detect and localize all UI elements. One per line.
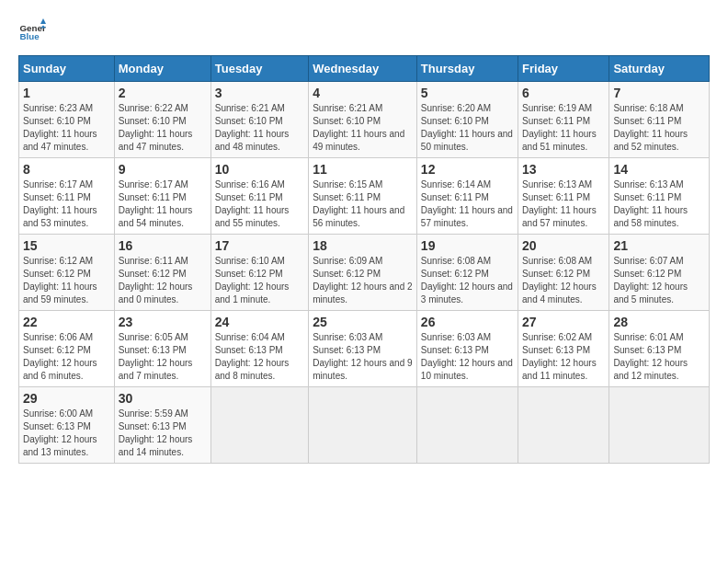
calendar-cell: 16 Sunrise: 6:11 AM Sunset: 6:12 PM Dayl…: [114, 235, 210, 311]
day-number: 24: [215, 315, 304, 329]
day-info: Sunrise: 6:05 AM Sunset: 6:13 PM Dayligh…: [119, 331, 207, 383]
day-info: Sunrise: 6:14 AM Sunset: 6:11 PM Dayligh…: [421, 178, 514, 230]
calendar-cell: [518, 387, 609, 464]
day-number: 30: [119, 391, 207, 406]
svg-text:Blue: Blue: [20, 31, 40, 41]
day-number: 6: [522, 86, 605, 100]
day-number: 29: [23, 391, 110, 406]
calendar-cell: 27 Sunrise: 6:02 AM Sunset: 6:13 PM Dayl…: [518, 311, 609, 387]
calendar-week-row: 15 Sunrise: 6:12 AM Sunset: 6:12 PM Dayl…: [19, 235, 710, 311]
svg-marker-2: [40, 18, 46, 24]
weekday-header-tuesday: Tuesday: [210, 56, 308, 82]
day-info: Sunrise: 6:10 AM Sunset: 6:12 PM Dayligh…: [215, 255, 304, 306]
calendar-cell: 2 Sunrise: 6:22 AM Sunset: 6:10 PM Dayli…: [114, 82, 210, 158]
day-number: 15: [23, 238, 110, 253]
day-number: 1: [23, 86, 110, 100]
calendar-cell: 26 Sunrise: 6:03 AM Sunset: 6:13 PM Dayl…: [416, 311, 518, 387]
day-number: 2: [119, 86, 207, 100]
calendar-cell: 23 Sunrise: 6:05 AM Sunset: 6:13 PM Dayl…: [114, 311, 210, 387]
day-number: 7: [613, 86, 705, 100]
calendar-cell: 13 Sunrise: 6:13 AM Sunset: 6:11 PM Dayl…: [518, 158, 609, 235]
weekday-header-wednesday: Wednesday: [309, 56, 417, 82]
day-info: Sunrise: 6:16 AM Sunset: 6:11 PM Dayligh…: [215, 178, 304, 230]
day-info: Sunrise: 6:08 AM Sunset: 6:12 PM Dayligh…: [522, 255, 605, 306]
calendar-cell: 19 Sunrise: 6:08 AM Sunset: 6:12 PM Dayl…: [416, 235, 518, 311]
weekday-header-sunday: Sunday: [19, 56, 115, 82]
day-number: 8: [23, 162, 110, 177]
calendar-cell: 15 Sunrise: 6:12 AM Sunset: 6:12 PM Dayl…: [19, 235, 115, 311]
day-number: 9: [119, 162, 207, 177]
day-number: 28: [613, 315, 705, 329]
day-info: Sunrise: 6:01 AM Sunset: 6:13 PM Dayligh…: [613, 331, 705, 383]
day-number: 18: [313, 238, 413, 253]
day-number: 14: [613, 162, 705, 177]
day-info: Sunrise: 6:23 AM Sunset: 6:10 PM Dayligh…: [23, 102, 110, 154]
weekday-header-monday: Monday: [114, 56, 210, 82]
calendar-cell: 8 Sunrise: 6:17 AM Sunset: 6:11 PM Dayli…: [19, 158, 115, 235]
calendar-cell: 17 Sunrise: 6:10 AM Sunset: 6:12 PM Dayl…: [210, 235, 308, 311]
calendar-cell: [210, 387, 308, 464]
calendar-cell: 1 Sunrise: 6:23 AM Sunset: 6:10 PM Dayli…: [19, 82, 115, 158]
day-number: 5: [421, 86, 514, 100]
calendar-cell: 11 Sunrise: 6:15 AM Sunset: 6:11 PM Dayl…: [309, 158, 417, 235]
day-number: 13: [522, 162, 605, 177]
day-number: 21: [613, 238, 705, 253]
day-info: Sunrise: 6:15 AM Sunset: 6:11 PM Dayligh…: [313, 178, 413, 230]
calendar-cell: 21 Sunrise: 6:07 AM Sunset: 6:12 PM Dayl…: [609, 235, 710, 311]
day-number: 23: [119, 315, 207, 329]
weekday-header-saturday: Saturday: [609, 56, 710, 82]
day-info: Sunrise: 6:07 AM Sunset: 6:12 PM Dayligh…: [613, 255, 705, 306]
day-number: 4: [313, 86, 413, 100]
day-info: Sunrise: 6:03 AM Sunset: 6:13 PM Dayligh…: [421, 331, 514, 383]
day-info: Sunrise: 6:04 AM Sunset: 6:13 PM Dayligh…: [215, 331, 304, 383]
day-number: 12: [421, 162, 514, 177]
day-number: 20: [522, 238, 605, 253]
day-number: 19: [421, 238, 514, 253]
calendar-week-row: 1 Sunrise: 6:23 AM Sunset: 6:10 PM Dayli…: [19, 82, 710, 158]
day-info: Sunrise: 6:02 AM Sunset: 6:13 PM Dayligh…: [522, 331, 605, 383]
calendar-cell: 5 Sunrise: 6:20 AM Sunset: 6:10 PM Dayli…: [416, 82, 518, 158]
calendar-cell: 29 Sunrise: 6:00 AM Sunset: 6:13 PM Dayl…: [19, 387, 115, 464]
calendar-week-row: 29 Sunrise: 6:00 AM Sunset: 6:13 PM Dayl…: [19, 387, 710, 464]
day-info: Sunrise: 6:21 AM Sunset: 6:10 PM Dayligh…: [313, 102, 413, 154]
calendar-cell: 9 Sunrise: 6:17 AM Sunset: 6:11 PM Dayli…: [114, 158, 210, 235]
day-info: Sunrise: 6:20 AM Sunset: 6:10 PM Dayligh…: [421, 102, 514, 154]
day-number: 27: [522, 315, 605, 329]
day-number: 11: [313, 162, 413, 177]
calendar-table: SundayMondayTuesdayWednesdayThursdayFrid…: [18, 55, 710, 464]
day-info: Sunrise: 6:18 AM Sunset: 6:11 PM Dayligh…: [613, 102, 705, 154]
day-info: Sunrise: 6:17 AM Sunset: 6:11 PM Dayligh…: [119, 178, 207, 230]
logo-icon: General Blue: [18, 18, 46, 46]
day-info: Sunrise: 6:17 AM Sunset: 6:11 PM Dayligh…: [23, 178, 110, 230]
weekday-header-row: SundayMondayTuesdayWednesdayThursdayFrid…: [19, 56, 710, 82]
day-info: Sunrise: 6:03 AM Sunset: 6:13 PM Dayligh…: [313, 331, 413, 383]
day-number: 16: [119, 238, 207, 253]
day-number: 22: [23, 315, 110, 329]
day-info: Sunrise: 6:19 AM Sunset: 6:11 PM Dayligh…: [522, 102, 605, 154]
calendar-week-row: 22 Sunrise: 6:06 AM Sunset: 6:12 PM Dayl…: [19, 311, 710, 387]
day-info: Sunrise: 6:12 AM Sunset: 6:12 PM Dayligh…: [23, 255, 110, 306]
day-info: Sunrise: 5:59 AM Sunset: 6:13 PM Dayligh…: [119, 408, 207, 459]
calendar-cell: 30 Sunrise: 5:59 AM Sunset: 6:13 PM Dayl…: [114, 387, 210, 464]
calendar-cell: 25 Sunrise: 6:03 AM Sunset: 6:13 PM Dayl…: [309, 311, 417, 387]
calendar-cell: [416, 387, 518, 464]
calendar-cell: 4 Sunrise: 6:21 AM Sunset: 6:10 PM Dayli…: [309, 82, 417, 158]
logo: General Blue: [18, 18, 46, 46]
calendar-cell: 22 Sunrise: 6:06 AM Sunset: 6:12 PM Dayl…: [19, 311, 115, 387]
day-number: 26: [421, 315, 514, 329]
calendar-cell: [609, 387, 710, 464]
day-number: 10: [215, 162, 304, 177]
calendar-cell: 18 Sunrise: 6:09 AM Sunset: 6:12 PM Dayl…: [309, 235, 417, 311]
day-info: Sunrise: 6:21 AM Sunset: 6:10 PM Dayligh…: [215, 102, 304, 154]
day-info: Sunrise: 6:22 AM Sunset: 6:10 PM Dayligh…: [119, 102, 207, 154]
weekday-header-thursday: Thursday: [416, 56, 518, 82]
calendar-cell: 10 Sunrise: 6:16 AM Sunset: 6:11 PM Dayl…: [210, 158, 308, 235]
calendar-cell: [309, 387, 417, 464]
weekday-header-friday: Friday: [518, 56, 609, 82]
day-info: Sunrise: 6:00 AM Sunset: 6:13 PM Dayligh…: [23, 408, 110, 459]
calendar-cell: 7 Sunrise: 6:18 AM Sunset: 6:11 PM Dayli…: [609, 82, 710, 158]
day-number: 17: [215, 238, 304, 253]
day-info: Sunrise: 6:06 AM Sunset: 6:12 PM Dayligh…: [23, 331, 110, 383]
day-info: Sunrise: 6:13 AM Sunset: 6:11 PM Dayligh…: [522, 178, 605, 230]
calendar-cell: 28 Sunrise: 6:01 AM Sunset: 6:13 PM Dayl…: [609, 311, 710, 387]
